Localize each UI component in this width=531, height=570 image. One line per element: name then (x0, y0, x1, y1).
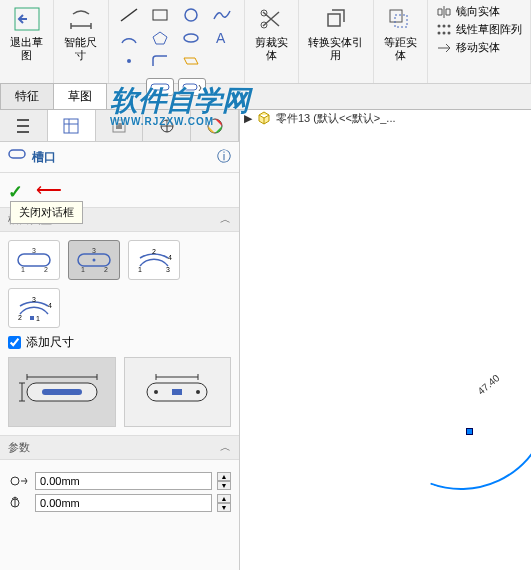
slot-opt-straight[interactable]: 123 (8, 240, 60, 280)
point-icon[interactable] (116, 51, 142, 71)
offset-button[interactable]: 等距实体 (374, 0, 428, 83)
confirm-row: ✓ ⟵ 关闭对话框 (0, 173, 239, 207)
svg-point-47 (196, 390, 200, 394)
fillet-icon[interactable] (147, 51, 173, 71)
offset-label: 等距实体 (380, 36, 421, 62)
circle-icon[interactable] (178, 5, 204, 25)
svg-rect-38 (30, 316, 34, 320)
param-length-spinner[interactable]: ▲▼ (217, 494, 231, 512)
svg-rect-7 (151, 84, 169, 90)
exit-sketch-icon (12, 4, 42, 34)
spline-icon[interactable] (209, 5, 235, 25)
param-width-row: ▲▼ (8, 472, 231, 490)
svg-text:3: 3 (166, 266, 170, 273)
rectangle-icon[interactable] (147, 5, 173, 25)
tab-features[interactable]: 特征 (0, 83, 54, 109)
section-params[interactable]: 参数 ︿ (0, 435, 239, 460)
svg-text:2: 2 (104, 266, 108, 273)
line-icon[interactable] (116, 5, 142, 25)
tab-sketch[interactable]: 草图 (53, 83, 107, 109)
svg-text:2: 2 (152, 248, 156, 255)
svg-rect-21 (116, 123, 122, 129)
part-name: 零件13 (默认<<默认>_... (276, 111, 396, 126)
sketch-arc[interactable] (346, 285, 531, 516)
dimension-icon (66, 4, 96, 34)
svg-text:1: 1 (21, 266, 25, 273)
ptab-dimxpert-icon[interactable] (143, 110, 191, 141)
sketch-tools-group: A (109, 0, 245, 83)
pattern-label: 线性草图阵列 (456, 22, 522, 37)
property-title: 槽口 (32, 149, 217, 166)
param-width-icon (8, 472, 30, 490)
param-length-input[interactable] (35, 494, 212, 512)
smart-dim-label: 智能尺寸 (60, 36, 101, 62)
plane-icon[interactable] (178, 51, 204, 71)
preview-overall[interactable] (8, 357, 116, 427)
svg-rect-24 (9, 150, 25, 158)
slot-opt-centerpoint-arc[interactable]: 2341 (8, 288, 60, 328)
svg-rect-44 (42, 389, 82, 395)
slot-opt-3pt-arc[interactable]: 1234 (128, 240, 180, 280)
exit-sketch-button[interactable]: 退出草图 (0, 0, 54, 83)
svg-point-17 (442, 31, 445, 34)
param-width-input[interactable] (35, 472, 212, 490)
slot-type-options: 123 123 1234 2341 (8, 240, 231, 328)
help-icon[interactable]: ⓘ (217, 148, 231, 166)
svg-rect-12 (395, 15, 407, 27)
svg-text:1: 1 (81, 266, 85, 273)
arc-icon[interactable] (116, 28, 142, 48)
add-dim-label: 添加尺寸 (26, 334, 74, 351)
ptab-config-icon[interactable] (96, 110, 144, 141)
ok-check-icon[interactable]: ✓ (8, 181, 26, 199)
svg-text:1: 1 (36, 315, 40, 322)
move-button[interactable]: 移动实体 (436, 40, 522, 55)
expand-icon[interactable]: ▶ (244, 112, 252, 125)
convert-button[interactable]: 转换实体引用 (299, 0, 374, 83)
ptab-property-icon[interactable] (48, 110, 96, 141)
trim-button[interactable]: 剪裁实体 (245, 0, 299, 83)
exit-sketch-label: 退出草图 (6, 36, 47, 62)
property-header: 槽口 ⓘ (0, 142, 239, 173)
annotation-arrow-icon: ⟵ (36, 179, 62, 201)
slot-straight-icon[interactable] (146, 78, 174, 96)
svg-point-15 (447, 24, 450, 27)
add-dimension-checkbox[interactable]: 添加尺寸 (8, 334, 231, 351)
smart-dimension-button[interactable]: 智能尺寸 (54, 0, 108, 83)
convert-icon (321, 4, 351, 34)
svg-point-14 (442, 24, 445, 27)
svg-point-46 (154, 390, 158, 394)
flyout-tree[interactable]: ▶ 零件13 (默认<<默认>_... (244, 110, 396, 126)
tooltip: 关闭对话框 (10, 201, 83, 224)
preview-center[interactable] (124, 357, 232, 427)
svg-text:1: 1 (138, 266, 142, 273)
ellipse-icon[interactable] (178, 28, 204, 48)
ptab-appearance-icon[interactable] (191, 110, 239, 141)
svg-text:4: 4 (168, 254, 172, 261)
slot-opt-centerpoint[interactable]: 123 (68, 240, 120, 280)
pattern-button[interactable]: 线性草图阵列 (436, 22, 522, 37)
param-width-spinner[interactable]: ▲▼ (217, 472, 231, 490)
svg-point-16 (437, 31, 440, 34)
svg-text:2: 2 (18, 314, 22, 321)
section-params-label: 参数 (8, 440, 30, 455)
graphics-area[interactable]: ▶ 零件13 (默认<<默认>_... 47.40 (240, 110, 531, 570)
text-icon[interactable]: A (209, 28, 235, 48)
offset-icon (385, 4, 415, 34)
add-dim-input[interactable] (8, 336, 21, 349)
polygon-icon[interactable] (147, 28, 173, 48)
svg-text:3: 3 (32, 247, 36, 254)
param-length-row: ▲▼ (8, 494, 231, 512)
ptab-feature-tree-icon[interactable] (0, 110, 48, 141)
dimension-value[interactable]: 47.40 (475, 372, 501, 397)
svg-point-6 (127, 59, 131, 63)
svg-rect-11 (390, 10, 402, 22)
mirror-label: 镜向实体 (456, 4, 500, 19)
svg-rect-25 (18, 254, 50, 266)
mirror-button[interactable]: 镜向实体 (436, 4, 522, 19)
transform-group: 镜向实体 线性草图阵列 移动实体 (428, 0, 531, 83)
svg-point-13 (437, 24, 440, 27)
svg-point-49 (11, 477, 19, 485)
slot-dropdown-icon[interactable] (178, 78, 206, 96)
svg-text:3: 3 (92, 247, 96, 254)
sketch-endpoint-handle[interactable] (466, 428, 473, 435)
